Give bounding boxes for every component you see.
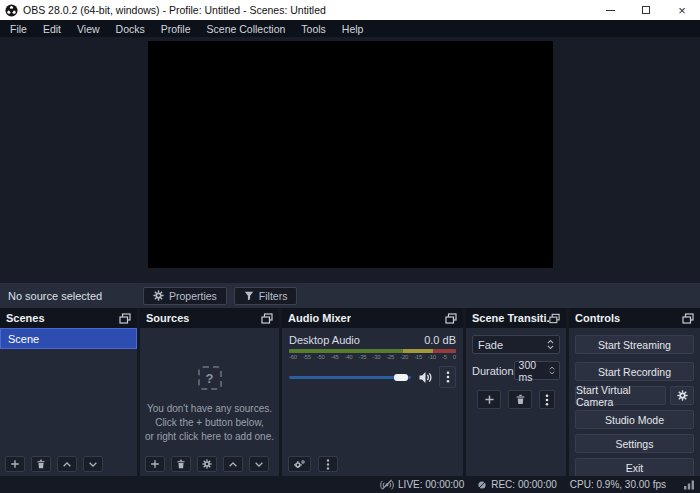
start-recording-button[interactable]: Start Recording: [575, 362, 694, 381]
combo-arrows-icon: [547, 339, 554, 350]
mixer-menu-button[interactable]: [318, 456, 338, 472]
popout-icon[interactable]: [445, 313, 457, 324]
add-scene-button[interactable]: [5, 456, 25, 472]
live-status: LIVE: 00:00:00: [380, 479, 464, 490]
settings-button[interactable]: Settings: [575, 434, 694, 453]
controls-title: Controls: [575, 312, 620, 324]
duration-spinbox[interactable]: 300 ms: [514, 361, 560, 380]
spin-arrows-icon[interactable]: [549, 365, 555, 376]
mixer-toolbar: [288, 456, 338, 472]
remove-source-button[interactable]: [171, 456, 191, 472]
tick: -60: [289, 354, 297, 360]
kebab-icon: [326, 459, 330, 470]
tick: -45: [331, 354, 339, 360]
question-mark-icon: ?: [198, 366, 222, 390]
window-title: OBS 28.0.2 (64-bit, windows) - Profile: …: [23, 4, 326, 16]
remove-scene-button[interactable]: [31, 456, 51, 472]
filters-button[interactable]: Filters: [234, 287, 298, 305]
tick: -20: [400, 354, 408, 360]
popout-icon[interactable]: [119, 313, 131, 324]
cpu-fps-stats: CPU: 0.9%, 30.00 fps: [570, 479, 666, 490]
advanced-audio-icon: [293, 459, 306, 470]
add-source-button[interactable]: [145, 456, 165, 472]
properties-label: Properties: [169, 290, 217, 302]
volume-slider[interactable]: [289, 370, 411, 384]
menu-docks[interactable]: Docks: [108, 23, 153, 35]
scenes-toolbar: [5, 456, 103, 472]
plus-icon: [484, 394, 495, 405]
channel-menu-button[interactable]: [439, 366, 456, 388]
filters-label: Filters: [259, 290, 288, 302]
program-canvas[interactable]: [148, 41, 553, 268]
scene-list-item[interactable]: Scene: [0, 328, 137, 349]
popout-icon[interactable]: [682, 313, 694, 324]
menu-file[interactable]: File: [2, 23, 35, 35]
volume-slider-track: [289, 376, 411, 379]
chevron-up-icon: [228, 460, 238, 469]
trash-icon: [515, 394, 526, 405]
minimize-icon: [606, 10, 615, 11]
preview-area: [0, 37, 700, 283]
kebab-icon: [446, 371, 450, 383]
tick: -10: [428, 354, 436, 360]
duration-value: 300 ms: [519, 359, 549, 383]
window-controls: ×: [592, 0, 700, 20]
properties-button[interactable]: Properties: [143, 287, 227, 305]
plus-icon: [10, 459, 20, 469]
channel-name: Desktop Audio: [289, 334, 360, 346]
remove-transition-button[interactable]: [508, 390, 532, 409]
gear-icon: [202, 459, 212, 469]
scenes-panel-title: Scenes: [6, 312, 45, 324]
scenes-list: Scene: [0, 328, 137, 476]
transition-menu-button[interactable]: [539, 390, 555, 409]
tick: 0: [453, 354, 456, 360]
start-streaming-button[interactable]: Start Streaming: [575, 335, 694, 354]
menu-view[interactable]: View: [69, 23, 108, 35]
transition-select[interactable]: Fade: [472, 335, 560, 354]
source-down-button[interactable]: [249, 456, 269, 472]
menu-edit[interactable]: Edit: [35, 23, 69, 35]
popout-icon[interactable]: [549, 313, 560, 324]
tick: -30: [372, 354, 380, 360]
exit-button[interactable]: Exit: [575, 458, 694, 477]
source-up-button[interactable]: [223, 456, 243, 472]
volume-slider-handle[interactable]: [394, 374, 408, 381]
scene-down-button[interactable]: [83, 456, 103, 472]
tick: -55: [303, 354, 311, 360]
tick: -5: [442, 354, 447, 360]
controls-header: Controls: [569, 308, 700, 328]
trash-icon: [36, 459, 46, 469]
close-button[interactable]: ×: [664, 0, 700, 20]
scene-transitions-title: Scene Transiti...: [472, 312, 549, 324]
studio-mode-button[interactable]: Studio Mode: [575, 410, 694, 429]
maximize-icon: [642, 6, 650, 14]
transition-select-value: Fade: [478, 339, 503, 351]
obs-logo-icon: [5, 4, 18, 17]
start-virtual-camera-button[interactable]: Start Virtual Camera: [575, 386, 666, 405]
rec-timer: REC: 00:00:00: [491, 479, 557, 490]
sources-list[interactable]: ? You don't have any sources. Click the …: [140, 328, 279, 476]
kebab-icon: [545, 394, 549, 406]
menu-help[interactable]: Help: [334, 23, 372, 35]
tick: -35: [359, 354, 367, 360]
tick: -50: [317, 354, 325, 360]
filter-icon: [244, 291, 254, 301]
source-properties-button[interactable]: [197, 456, 217, 472]
speaker-icon[interactable]: [418, 371, 432, 384]
scene-up-button[interactable]: [57, 456, 77, 472]
minimize-button[interactable]: [592, 0, 628, 20]
obs-window: OBS 28.0.2 (64-bit, windows) - Profile: …: [0, 0, 700, 493]
menu-tools[interactable]: Tools: [293, 23, 334, 35]
scene-item-label: Scene: [8, 333, 39, 345]
menu-profile[interactable]: Profile: [153, 23, 199, 35]
add-transition-button[interactable]: [477, 390, 501, 409]
menu-scene-collection[interactable]: Scene Collection: [199, 23, 294, 35]
virtual-camera-config-button[interactable]: [670, 386, 694, 405]
advanced-audio-button[interactable]: [288, 456, 311, 472]
popout-icon[interactable]: [261, 313, 273, 324]
scenes-panel: Scenes Scene: [0, 308, 137, 476]
chevron-down-icon: [88, 460, 98, 469]
empty-state-line: You don't have any sources.: [147, 402, 272, 416]
maximize-button[interactable]: [628, 0, 664, 20]
live-timer: LIVE: 00:00:00: [398, 479, 464, 490]
